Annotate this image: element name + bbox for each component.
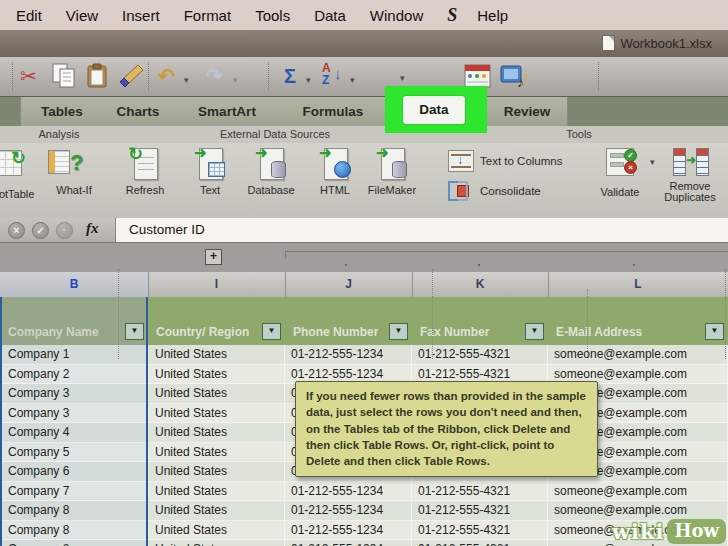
cell-fax[interactable]: 01-212-555-4321 <box>412 521 548 541</box>
menu-insert[interactable]: Insert <box>122 7 160 24</box>
cell-fax[interactable]: 01-212-555-4321 <box>412 482 548 502</box>
cell-fax[interactable]: 01-212-555-4321 <box>412 501 548 521</box>
cell-company[interactable]: Company 7 <box>0 482 148 502</box>
column-header-l[interactable]: L <box>548 272 728 297</box>
sort-icon[interactable]: A Z ↓ <box>322 63 348 90</box>
cell-company[interactable]: Company 3 <box>0 384 148 404</box>
paste-icon[interactable] <box>86 63 110 89</box>
cell-country[interactable]: United States <box>148 540 285 546</box>
remove-duplicates-button[interactable]: ➜ Remove Duplicates <box>654 145 726 203</box>
cell-email[interactable]: someone@example.com <box>548 501 728 521</box>
table-row[interactable]: Company 7 United States 01-212-555-1234 … <box>0 482 728 502</box>
cell-company[interactable]: Company 1 <box>0 345 148 365</box>
tab-formulas[interactable]: Formulas <box>280 97 387 127</box>
sort-dropdown-icon[interactable]: ▾ <box>350 75 355 85</box>
copy-icon[interactable] <box>52 63 76 89</box>
tab-smartart[interactable]: SmartArt <box>174 97 281 127</box>
fx-icon[interactable]: fx <box>86 220 99 237</box>
media-browser-icon[interactable]: ♪♪ <box>500 63 530 89</box>
cell-company[interactable]: Company 2 <box>0 365 148 385</box>
text-to-columns-icon[interactable]: ↓ <box>448 150 474 172</box>
cell-phone[interactable]: 01-212-555-1234 <box>285 521 412 541</box>
filter-dropdown-icon[interactable]: ▼ <box>525 323 544 340</box>
cell-country[interactable]: United States <box>148 345 285 365</box>
add-sheet-button[interactable]: + <box>205 249 222 265</box>
filter-dropdown-icon[interactable]: ▼ <box>262 323 281 340</box>
cell-company[interactable]: Company 5 <box>0 443 148 463</box>
header-phone-number[interactable]: Phone Number ▼ <box>285 297 413 345</box>
import-database-button[interactable]: ➜ Database <box>240 146 302 196</box>
import-html-button[interactable]: ➜ HTML <box>312 146 358 196</box>
cell-country[interactable]: United States <box>148 521 285 541</box>
cell-fax[interactable]: 01-212-555-4321 <box>412 540 548 546</box>
tab-data-active[interactable]: Data <box>403 96 465 124</box>
consolidate-label[interactable]: Consolidate <box>480 185 541 197</box>
cell-email[interactable]: someone@example.com <box>548 482 728 502</box>
import-text-button[interactable]: ➜ Text <box>186 146 234 196</box>
column-header-b[interactable]: B <box>0 272 149 297</box>
menu-data[interactable]: Data <box>314 7 346 24</box>
cell-company[interactable]: Company 3 <box>0 404 148 424</box>
menu-edit[interactable]: Edit <box>16 7 42 24</box>
filter-dropdown-icon[interactable]: ▼ <box>389 323 408 340</box>
cell-phone[interactable]: 01-212-555-1234 <box>285 482 412 502</box>
undo-dropdown-icon[interactable]: ▾ <box>184 75 189 85</box>
cut-icon[interactable]: ✂ <box>20 63 37 89</box>
pivottable-button[interactable]: ↻ PivotTable <box>0 146 48 200</box>
cell-country[interactable]: United States <box>148 384 285 404</box>
cell-phone[interactable]: 01-212-555-1234 <box>285 345 412 365</box>
entry-dot-icon[interactable]: · <box>56 222 73 239</box>
table-row[interactable]: Company 1 United States 01-212-555-1234 … <box>0 345 728 365</box>
filter-dropdown-icon[interactable]: ▼ <box>125 323 144 340</box>
cancel-entry-icon[interactable]: × <box>8 222 25 239</box>
menu-tools[interactable]: Tools <box>255 7 290 24</box>
menu-format[interactable]: Format <box>184 7 232 24</box>
redo-dropdown-icon[interactable]: ▾ <box>233 75 238 85</box>
table-row[interactable]: Company 8 United States 01-212-555-1234 … <box>0 501 728 521</box>
menu-window[interactable]: Window <box>370 7 423 24</box>
autosum-dropdown-icon[interactable]: ▾ <box>306 75 311 85</box>
header-company-name[interactable]: Company Name ▼ <box>0 297 149 345</box>
band-dot <box>478 264 480 266</box>
column-header-i[interactable]: I <box>148 272 286 297</box>
format-painter-icon[interactable] <box>118 63 144 89</box>
cell-company[interactable]: Company 8 <box>0 540 148 546</box>
cell-email[interactable]: someone@example.com <box>548 345 728 365</box>
cell-company[interactable]: Company 8 <box>0 521 148 541</box>
menu-help[interactable]: Help <box>477 7 508 24</box>
undo-icon[interactable]: ↶ <box>158 63 175 89</box>
cell-company[interactable]: Company 6 <box>0 462 148 482</box>
import-filemaker-button[interactable]: ➜ FileMaker <box>360 146 424 196</box>
menu-view[interactable]: View <box>66 7 98 24</box>
redo-icon[interactable]: ↷ <box>206 63 223 89</box>
cell-country[interactable]: United States <box>148 482 285 502</box>
cell-country[interactable]: United States <box>148 443 285 463</box>
header-email-address[interactable]: E-Mail Address ▼ <box>548 297 728 345</box>
cell-country[interactable]: United States <box>148 462 285 482</box>
tab-tables[interactable]: Tables <box>20 97 104 127</box>
header-company-name-label: Company Name <box>8 325 99 339</box>
cell-phone[interactable]: 01-212-555-1234 <box>285 501 412 521</box>
accept-entry-icon[interactable]: ✓ <box>32 222 49 239</box>
consolidate-icon[interactable] <box>448 180 472 200</box>
whatif-button[interactable]: ? What-If <box>44 146 104 196</box>
tab-review[interactable]: Review <box>487 97 568 127</box>
script-menu-icon[interactable]: S <box>447 5 457 26</box>
refresh-button[interactable]: ↻ Refresh <box>116 146 174 196</box>
formula-input[interactable]: Customer ID <box>116 218 728 243</box>
cell-phone[interactable]: 01-212-555-1234 <box>285 540 412 546</box>
tab-charts[interactable]: Charts <box>102 97 175 127</box>
cell-country[interactable]: United States <box>148 501 285 521</box>
header-country-region[interactable]: Country/ Region ▼ <box>148 297 286 345</box>
cell-country[interactable]: United States <box>148 404 285 424</box>
autosum-icon[interactable]: Σ <box>284 63 296 89</box>
text-to-columns-label[interactable]: Text to Columns <box>480 155 562 167</box>
cell-country[interactable]: United States <box>148 365 285 385</box>
cell-country[interactable]: United States <box>148 423 285 443</box>
filter-dropdown-icon[interactable]: ▼ <box>705 323 724 340</box>
filter-dropdown-icon[interactable]: ▾ <box>400 73 405 83</box>
validate-button[interactable]: ✓ × Validate <box>592 145 648 198</box>
column-header-j[interactable]: J <box>285 272 413 297</box>
cell-company[interactable]: Company 4 <box>0 423 148 443</box>
cell-company[interactable]: Company 8 <box>0 501 148 521</box>
